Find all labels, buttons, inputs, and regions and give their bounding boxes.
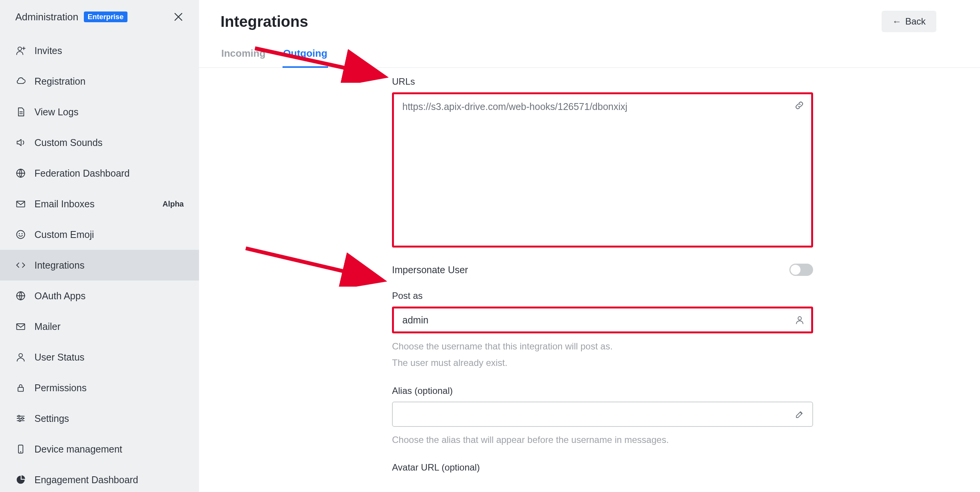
alias-wrapper	[392, 402, 813, 427]
form-group-avatar: Avatar URL (optional)	[392, 462, 813, 473]
sidebar-item-label: Invites	[34, 45, 184, 56]
form-group-impersonate: Impersonate User	[392, 264, 813, 276]
sidebar-item-oauthapps[interactable]: OAuth Apps	[0, 280, 199, 311]
sidebar-item-federation[interactable]: Federation Dashboard	[0, 158, 199, 189]
form-area: URLs Impersonate User Post as	[199, 68, 980, 492]
svg-point-15	[798, 317, 802, 320]
postas-wrapper	[392, 307, 813, 333]
impersonate-toggle[interactable]	[789, 264, 813, 276]
sidebar-item-label: Permissions	[34, 382, 184, 394]
back-button[interactable]: ← Back	[882, 11, 936, 32]
code-icon	[15, 260, 26, 271]
sidebar-item-emailinboxes[interactable]: Email Inboxes Alpha	[0, 189, 199, 219]
sidebar-title: Administration	[15, 11, 78, 23]
urls-input[interactable]	[392, 92, 813, 248]
back-label: Back	[905, 16, 926, 27]
sidebar-item-label: User Status	[34, 352, 184, 363]
alias-label: Alias (optional)	[392, 385, 813, 396]
tabs: Incoming Outgoing	[199, 42, 980, 68]
svg-rect-7	[17, 324, 25, 330]
sidebar-item-label: Custom Sounds	[34, 137, 184, 148]
sliders-icon	[15, 413, 26, 424]
sidebar-item-customsounds[interactable]: Custom Sounds	[0, 127, 199, 158]
svg-point-10	[18, 415, 20, 417]
link-icon	[794, 100, 805, 111]
form-group-alias: Alias (optional) Choose the alias that w…	[392, 385, 813, 448]
form-group-urls: URLs	[392, 76, 813, 249]
postas-help2: The user must already exist.	[392, 355, 813, 371]
mobile-icon	[15, 444, 26, 454]
svg-point-5	[22, 233, 22, 234]
user-icon	[15, 352, 26, 362]
sidebar-item-userstatus[interactable]: User Status	[0, 342, 199, 372]
impersonate-label: Impersonate User	[392, 264, 789, 276]
tab-outgoing[interactable]: Outgoing	[283, 42, 328, 68]
svg-point-14	[20, 451, 21, 452]
arrow-left-icon: ←	[892, 16, 902, 27]
sidebar-item-mailer[interactable]: Mailer	[0, 311, 199, 342]
postas-help1: Choose the username that this integratio…	[392, 339, 813, 354]
svg-point-3	[17, 231, 25, 239]
alpha-badge: Alpha	[162, 200, 184, 208]
sidebar-item-label: Email Inboxes	[34, 198, 154, 210]
enterprise-badge: Enterprise	[84, 11, 127, 22]
lock-icon	[15, 382, 26, 393]
sidebar-item-integrations[interactable]: Integrations	[0, 250, 199, 280]
sidebar-item-label: View Logs	[34, 107, 184, 118]
page-title: Integrations	[220, 13, 308, 30]
close-icon[interactable]	[172, 10, 185, 24]
sidebar-item-label: Engagement Dashboard	[34, 474, 184, 485]
sidebar-item-permissions[interactable]: Permissions	[0, 372, 199, 403]
tab-incoming[interactable]: Incoming	[220, 42, 266, 68]
globe-icon	[15, 168, 26, 179]
sidebar-item-label: Device management	[34, 444, 184, 455]
postas-input[interactable]	[392, 307, 813, 333]
sidebar: Administration Enterprise Invites Regist…	[0, 0, 199, 492]
sidebar-item-label: Custom Emoji	[34, 229, 184, 240]
avatar-label: Avatar URL (optional)	[392, 462, 813, 473]
form-content: URLs Impersonate User Post as	[392, 76, 813, 473]
sidebar-item-registration[interactable]: Registration	[0, 66, 199, 97]
svg-point-4	[19, 233, 20, 234]
sidebar-item-label: Settings	[34, 413, 184, 424]
chart-icon	[15, 474, 26, 485]
mail-icon	[15, 321, 26, 332]
sidebar-item-label: Integrations	[34, 260, 184, 271]
svg-rect-9	[18, 387, 23, 392]
svg-point-0	[18, 47, 21, 51]
sidebar-item-label: OAuth Apps	[34, 290, 184, 302]
sidebar-item-label: Registration	[34, 76, 184, 87]
sidebar-item-label: Mailer	[34, 321, 184, 332]
svg-point-8	[19, 354, 22, 357]
document-icon	[15, 107, 26, 117]
sidebar-item-customemoji[interactable]: Custom Emoji	[0, 219, 199, 250]
svg-point-11	[21, 418, 23, 420]
svg-point-12	[19, 420, 21, 422]
urls-wrapper	[392, 92, 813, 249]
sidebar-item-settings[interactable]: Settings	[0, 403, 199, 434]
main-header: Integrations ← Back	[199, 0, 980, 42]
emoji-icon	[15, 229, 26, 240]
svg-rect-2	[17, 201, 25, 207]
alias-input[interactable]	[392, 402, 813, 427]
globe-icon	[15, 290, 26, 301]
user-icon	[795, 315, 805, 325]
sidebar-item-devicemanagement[interactable]: Device management	[0, 434, 199, 464]
urls-label: URLs	[392, 76, 813, 87]
edit-icon	[795, 409, 805, 419]
alias-help: Choose the alias that will appear before…	[392, 432, 813, 448]
sidebar-item-engagement[interactable]: Engagement Dashboard	[0, 464, 199, 492]
sidebar-header: Administration Enterprise	[0, 10, 199, 35]
sound-icon	[15, 137, 26, 148]
invites-icon	[15, 45, 26, 56]
sidebar-item-label: Federation Dashboard	[34, 168, 184, 179]
main: Integrations ← Back Incoming Outgoing UR…	[199, 0, 980, 492]
postas-label: Post as	[392, 290, 813, 301]
cloud-icon	[15, 76, 26, 87]
sidebar-item-viewlogs[interactable]: View Logs	[0, 97, 199, 127]
sidebar-item-invites[interactable]: Invites	[0, 35, 199, 66]
form-group-postas: Post as Choose the username that this in…	[392, 290, 813, 371]
mail-icon	[15, 198, 26, 209]
